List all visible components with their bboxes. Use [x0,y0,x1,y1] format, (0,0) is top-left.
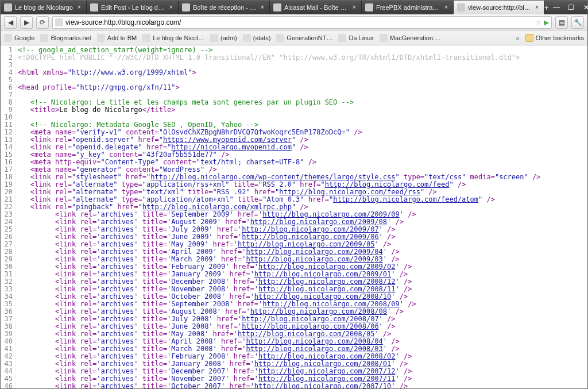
bookmark-label: Da Linux [349,34,373,41]
bookmark-item[interactable]: Google [4,34,34,42]
bookmark-favicon-icon [338,34,346,42]
bookmarks-bar: GoogleBlogmarks.netAdd to BMLe blog de N… [1,30,587,45]
bookmark-item[interactable]: MacGeneration.… [380,34,441,42]
toolbar: ◀ ▶ ⟳ ☆ ▶ ▤ 🔧 [1,14,587,30]
browser-tab[interactable]: Le blog de Nicolargo× [1,1,87,14]
source-line: <title>Le blog de Nicolargo</title> [18,106,587,114]
bookmark-item[interactable]: (adm) [210,34,237,42]
close-tab-icon[interactable]: × [533,4,540,11]
back-button[interactable]: ◀ [4,16,17,29]
close-tab-icon[interactable]: × [259,4,266,11]
source-code: <!-- google_ad_section_start(weight=igno… [16,45,587,388]
source-line: <head profile="http://gmpg.org/xfn/11"> [18,84,587,91]
bookmark-star-icon[interactable]: ☆ [535,18,541,26]
url-bar[interactable]: ☆ ▶ [52,16,552,29]
bookmark-favicon-icon [40,34,48,42]
bookmark-item[interactable]: (stats) [243,34,271,42]
bookmark-label: (stats) [253,34,271,41]
tab-label: Edit Post ‹ Le blog de… [101,4,165,11]
source-line: <!DOCTYPE html PUBLIC "-//W3C//DTD XHTML… [18,54,587,61]
bookmark-favicon-icon [380,34,388,42]
bookmark-label: Blogmarks.net [51,34,91,41]
bookmark-favicon-icon [97,34,105,42]
bookmark-label: (adm) [220,34,237,41]
favicon-icon [273,3,281,11]
bookmark-favicon-icon [210,34,218,42]
url-input[interactable] [65,18,533,26]
go-button-icon[interactable]: ▶ [544,18,549,26]
favicon-icon [365,3,373,11]
page-menu-button[interactable]: ▤ [555,16,568,29]
view-source-content[interactable]: 1234567891011121314151617181920212223242… [1,45,587,388]
close-tab-icon[interactable]: × [76,4,83,11]
folder-icon [525,34,533,42]
close-tab-icon[interactable]: × [351,4,358,11]
bookmark-label: MacGeneration.… [390,34,441,41]
forward-button[interactable]: ▶ [20,16,33,29]
browser-tab[interactable]: view-source:http://bl…× [454,1,544,14]
tab-label: Boîte de réception - … [193,4,256,11]
close-tab-icon[interactable]: × [443,4,450,11]
bookmarks-overflow-icon[interactable]: » [516,34,520,41]
minimize-button[interactable]: — [549,1,564,14]
favicon-icon [90,3,98,11]
wrench-menu-button[interactable]: 🔧 [571,16,584,29]
bookmark-item[interactable]: Le blog de Nicol… [142,34,204,42]
window-controls: — ☐ ✕ [549,1,588,14]
bookmark-item[interactable]: Da Linux [338,34,373,42]
bookmark-favicon-icon [4,34,12,42]
tab-label: Le blog de Nicolargo [15,4,73,11]
favicon-icon [4,3,12,11]
line-number-gutter: 1234567891011121314151617181920212223242… [1,45,16,388]
maximize-button[interactable]: ☐ [564,1,579,14]
reload-button[interactable]: ⟳ [36,16,49,29]
tab-strip: Le blog de Nicolargo×Edit Post ‹ Le blog… [1,1,587,14]
bookmark-favicon-icon [243,34,251,42]
bookmark-favicon-icon [142,34,150,42]
bookmark-item[interactable]: Blogmarks.net [40,34,91,42]
favicon-icon [182,3,190,11]
source-line: <html xmlns="http://www.w3.org/1999/xhtm… [18,69,587,76]
new-tab-button[interactable]: + [544,1,549,14]
site-icon [55,18,63,26]
bookmark-label: Google [14,34,34,41]
close-tab-icon[interactable]: × [168,4,175,11]
bookmark-item[interactable]: Add to BM [97,34,137,42]
tab-label: FreePBX administration [376,4,440,11]
bookmark-label: GenerationNT… [287,34,332,41]
source-line: <link rel='archives' title='October 2007… [18,383,587,388]
bookmark-favicon-icon [276,34,284,42]
tab-label: Alcasat Mail - Boîte d… [284,4,348,11]
tab-label: view-source:http://bl… [468,4,531,11]
bookmark-item[interactable]: GenerationNT… [276,34,332,42]
browser-window: Le blog de Nicolargo×Edit Post ‹ Le blog… [0,0,588,389]
favicon-icon [457,3,465,11]
browser-tab[interactable]: FreePBX administration× [362,1,454,14]
browser-tab[interactable]: Boîte de réception - …× [179,1,270,14]
close-window-button[interactable]: ✕ [579,1,588,14]
browser-tab[interactable]: Edit Post ‹ Le blog de…× [87,1,179,14]
other-bookmarks-button[interactable]: Other bookmarks [525,34,584,42]
bookmark-label: Le blog de Nicol… [153,34,204,41]
browser-tab[interactable]: Alcasat Mail - Boîte d…× [270,1,362,14]
bookmark-label: Add to BM [107,34,137,41]
